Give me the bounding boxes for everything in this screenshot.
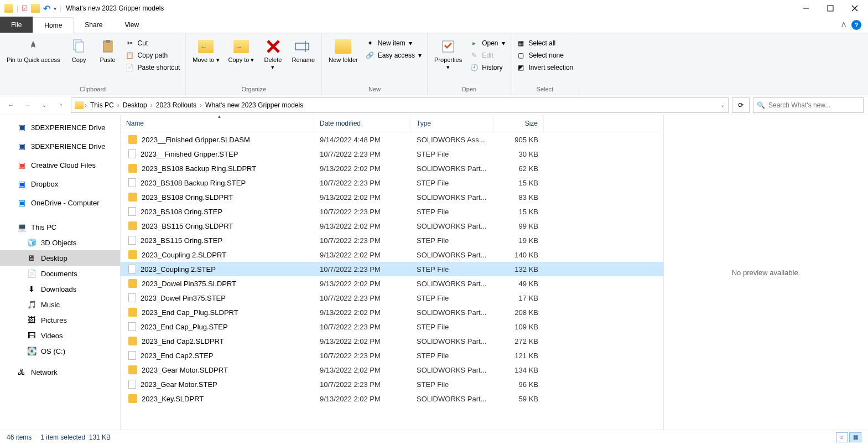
breadcrumb-item[interactable]: This PC — [88, 101, 116, 109]
file-row[interactable]: 2023_BS108 Oring.STEP10/7/2022 2:23 PMST… — [121, 204, 663, 219]
title-bar: | ☑ ↶ ▾ | What's new 2023 Gripper models — [0, 0, 868, 17]
open-button[interactable]: ▸Open ▾ — [467, 38, 507, 49]
copy-button[interactable]: Copy — [66, 35, 92, 66]
ribbon-label-organize: Organize — [189, 85, 318, 95]
tab-home[interactable]: Home — [33, 17, 74, 33]
view-details-button[interactable]: ≡ — [836, 432, 848, 442]
breadcrumb[interactable]: › This PC › Desktop › 2023 Rollouts › Wh… — [71, 97, 729, 113]
qat-properties-icon[interactable]: ☑ — [22, 4, 28, 12]
chevron-right-icon[interactable]: › — [85, 101, 87, 109]
nav-forward-button[interactable]: → — [21, 99, 34, 112]
svg-rect-10 — [295, 43, 309, 50]
nav-item[interactable]: ▣3DEXPERIENCE Drive — [0, 138, 120, 154]
copy-path-button[interactable]: 📋Copy path — [123, 50, 183, 61]
breadcrumb-item[interactable]: What's new 2023 Gripper models — [203, 101, 305, 109]
nav-network[interactable]: 🖧Network — [0, 364, 120, 380]
copy-to-button[interactable]: → Copy to ▾ — [225, 35, 258, 66]
qat-undo-icon[interactable]: ↶ — [43, 3, 50, 14]
tab-share[interactable]: Share — [74, 17, 113, 33]
nav-item-3d[interactable]: 🧊3D Objects — [0, 235, 120, 250]
file-row[interactable]: 2023_Key.SLDPRT9/13/2022 2:02 PMSOLIDWOR… — [121, 391, 663, 406]
nav-item-documents[interactable]: 📄Documents — [0, 266, 120, 281]
new-folder-button[interactable]: New folder — [325, 35, 361, 66]
properties-button[interactable]: Properties▾ — [431, 35, 465, 73]
ribbon-collapse-icon[interactable]: ᐱ — [841, 21, 846, 29]
navigation-pane[interactable]: ▣3DEXPERIENCE Drive▣3DEXPERIENCE Drive▣C… — [0, 115, 121, 430]
cut-button[interactable]: ✂Cut — [123, 38, 183, 49]
file-row[interactable]: 2023__Finished Gripper.STEP10/7/2022 2:2… — [121, 147, 663, 161]
nav-item-desktop[interactable]: 🖥Desktop — [0, 250, 120, 266]
file-row[interactable]: 2023_Dowel Pin375.STEP10/7/2022 2:23 PMS… — [121, 291, 663, 305]
nav-recent-dropdown[interactable]: ⌄ — [38, 99, 51, 112]
column-header-size[interactable]: Size — [494, 115, 544, 132]
minimize-button[interactable] — [802, 4, 810, 13]
edit-button[interactable]: ✎Edit — [467, 50, 507, 61]
column-header-date[interactable]: Date modified — [314, 115, 411, 132]
file-list[interactable]: 2023__Finished Gripper.SLDASM9/14/2022 4… — [121, 132, 663, 430]
maximize-button[interactable] — [826, 4, 835, 13]
select-all-button[interactable]: ▦Select all — [514, 38, 576, 49]
file-row[interactable]: 2023_BS115 Oring.STEP10/7/2022 2:23 PMST… — [121, 233, 663, 247]
qat-dropdown-icon[interactable]: ▾ — [54, 6, 56, 12]
paste-shortcut-button[interactable]: 📄Paste shortcut — [123, 62, 183, 73]
chevron-right-icon[interactable]: › — [200, 101, 202, 109]
nav-item[interactable]: ▣Creative Cloud Files — [0, 157, 120, 173]
chevron-right-icon[interactable]: › — [117, 101, 119, 109]
file-row[interactable]: 2023_End Cap_Plug.STEP10/7/2022 2:23 PMS… — [121, 319, 663, 334]
invert-selection-button[interactable]: ◩Invert selection — [514, 62, 576, 73]
nav-back-button[interactable]: ← — [4, 99, 18, 112]
column-headers: Name▲ Date modified Type Size — [121, 115, 663, 132]
help-icon[interactable]: ? — [851, 20, 861, 30]
breadcrumb-item[interactable]: 2023 Rollouts — [154, 101, 199, 109]
select-none-button[interactable]: ▢Select none — [514, 50, 576, 61]
file-type-icon — [128, 322, 136, 331]
nav-this-pc[interactable]: 💻This PC — [0, 219, 120, 235]
delete-button[interactable]: Delete▾ — [260, 35, 287, 73]
move-to-button[interactable]: ← Move to ▾ — [189, 35, 222, 66]
file-row[interactable]: 2023_End Cap_Plug.SLDPRT9/13/2022 2:02 P… — [121, 305, 663, 319]
file-row[interactable]: 2023_End Cap2.STEP10/7/2022 2:23 PMSTEP … — [121, 348, 663, 363]
file-name: 2023_Gear Motor.SLDPRT — [142, 366, 228, 374]
nav-item[interactable]: ▣OneDrive - Computer — [0, 195, 120, 210]
nav-item-videos[interactable]: 🎞Videos — [0, 328, 120, 343]
nav-up-button[interactable]: ↑ — [54, 99, 67, 112]
file-row[interactable]: 2023_End Cap2.SLDPRT9/13/2022 2:02 PMSOL… — [121, 334, 663, 348]
breadcrumb-item[interactable]: Desktop — [121, 101, 149, 109]
easy-access-button[interactable]: 🔗Easy access ▾ — [363, 50, 424, 61]
ribbon-group-new: New folder ✦New item ▾ 🔗Easy access ▾ Ne… — [322, 33, 428, 95]
file-row[interactable]: 2023_BS115 Oring.SLDPRT9/13/2022 2:02 PM… — [121, 219, 663, 233]
file-row[interactable]: 2023_BS108 Backup Ring.SLDPRT9/13/2022 2… — [121, 161, 663, 175]
refresh-button[interactable]: ⟳ — [732, 97, 750, 113]
history-button[interactable]: 🕘History — [467, 62, 507, 73]
file-row[interactable]: 2023_Coupling 2.SLDPRT9/13/2022 2:02 PMS… — [121, 247, 663, 262]
nav-item[interactable]: ▣3DEXPERIENCE Drive — [0, 120, 120, 135]
column-header-name[interactable]: Name▲ — [121, 115, 314, 132]
onedrive-icon: ▣ — [17, 198, 27, 208]
search-input[interactable]: 🔍 Search What's new... — [753, 97, 864, 113]
new-item-button[interactable]: ✦New item ▾ — [363, 38, 424, 49]
file-row[interactable]: 2023_Gear Motor.SLDPRT9/13/2022 2:02 PMS… — [121, 363, 663, 377]
file-row[interactable]: 2023_BS108 Backup Ring.STEP10/7/2022 2:2… — [121, 175, 663, 190]
chevron-right-icon[interactable]: › — [150, 101, 153, 109]
rename-button[interactable]: Rename — [289, 35, 319, 66]
close-button[interactable] — [850, 4, 859, 13]
column-header-type[interactable]: Type — [411, 115, 494, 132]
file-row[interactable]: 2023_Gear Motor.STEP10/7/2022 2:23 PMSTE… — [121, 377, 663, 391]
file-row[interactable]: 2023__Finished Gripper.SLDASM9/14/2022 4… — [121, 132, 663, 147]
nav-item-pictures[interactable]: 🖼Pictures — [0, 312, 120, 328]
file-row[interactable]: 2023_Dowel Pin375.SLDPRT9/13/2022 2:02 P… — [121, 276, 663, 291]
breadcrumb-dropdown-icon[interactable]: ⌄ — [720, 102, 725, 108]
nav-item-music[interactable]: 🎵Music — [0, 297, 120, 312]
file-row[interactable]: 2023_BS108 Oring.SLDPRT9/13/2022 2:02 PM… — [121, 190, 663, 204]
nav-item-downloads[interactable]: ⬇Downloads — [0, 281, 120, 297]
pin-quick-access-button[interactable]: Pin to Quick access — [3, 35, 64, 66]
nav-item-label: 3DEXPERIENCE Drive — [31, 123, 105, 132]
file-row[interactable]: 2023_Coupling 2.STEP10/7/2022 2:23 PMSTE… — [121, 262, 663, 276]
qat-open-icon[interactable] — [31, 4, 40, 13]
tab-view[interactable]: View — [113, 17, 150, 33]
nav-item[interactable]: ▣Dropbox — [0, 176, 120, 192]
tab-file[interactable]: File — [0, 17, 33, 33]
paste-button[interactable]: Paste — [95, 35, 121, 66]
nav-item-disk[interactable]: 💽OS (C:) — [0, 343, 120, 359]
view-large-icons-button[interactable]: ▦ — [849, 432, 861, 442]
